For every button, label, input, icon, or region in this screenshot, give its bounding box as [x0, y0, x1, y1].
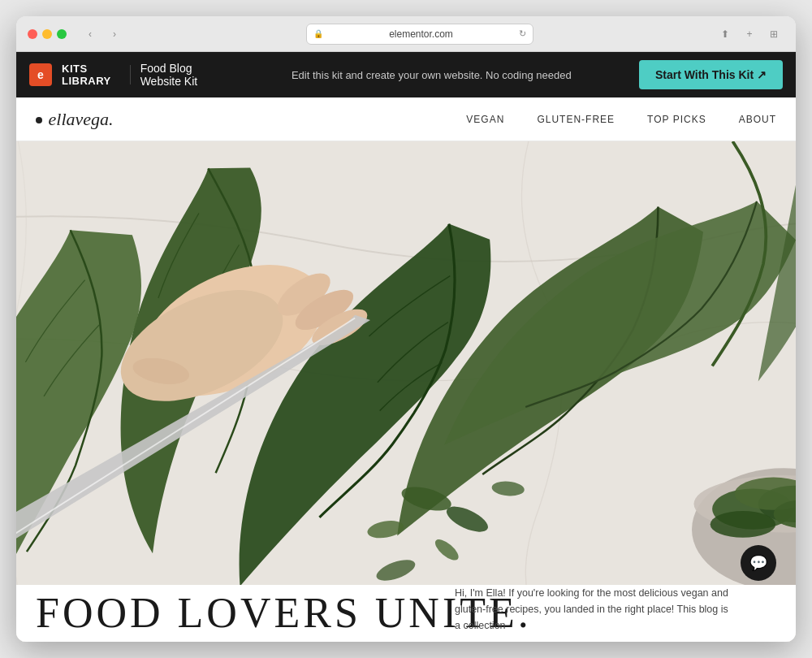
elementor-logo-letter: e [37, 68, 44, 81]
reload-icon[interactable]: ↻ [519, 28, 526, 39]
back-button[interactable]: ‹ [80, 25, 101, 43]
address-bar-container: 🔒 elementor.com ↻ [132, 24, 708, 45]
lock-icon: 🔒 [313, 29, 323, 38]
browser-titlebar: ‹ › 🔒 elementor.com ↻ ⬆ + ⊞ [16, 16, 796, 52]
browser-actions: ⬆ + ⊞ [715, 25, 784, 43]
close-button[interactable] [28, 29, 37, 39]
kits-tagline: Edit this kit and create your own websit… [292, 69, 572, 81]
chat-widget[interactable]: 💬 [741, 545, 776, 581]
browser-window: ‹ › 🔒 elementor.com ↻ ⬆ + ⊞ e KITS LIBRA… [16, 16, 796, 642]
kits-bar: e KITS LIBRARY Food Blog Website Kit Edi… [16, 52, 796, 97]
start-kit-button[interactable]: Start With This Kit ↗ [639, 60, 783, 89]
logo-text: ellavega. [49, 109, 114, 129]
share-button[interactable]: ⬆ [715, 25, 736, 43]
menu-item-gluten-free[interactable]: GLUTEN-FREE [537, 114, 615, 125]
hero-section: FOOD LOVERS UNITE. Hi, I'm Ella! If you'… [16, 141, 796, 642]
url-text: elementor.com [328, 28, 514, 40]
maximize-button[interactable] [57, 29, 67, 39]
grid-button[interactable]: ⊞ [763, 25, 784, 43]
site-nav: ellavega. VEGAN GLUTEN-FREE TOP PICKS AB… [16, 97, 796, 141]
elementor-logo: e [29, 63, 52, 86]
forward-button[interactable]: › [104, 25, 125, 43]
kits-right: Start With This Kit ↗ [626, 60, 796, 89]
address-bar[interactable]: 🔒 elementor.com ↻ [306, 24, 533, 45]
logo-bullet [36, 117, 42, 123]
kits-left: e KITS LIBRARY Food Blog Website Kit [16, 62, 237, 88]
hero-bottom: FOOD LOVERS UNITE. Hi, I'm Ella! If you'… [16, 585, 796, 642]
menu-item-about[interactable]: ABOUT [739, 114, 776, 125]
kits-middle: Edit this kit and create your own websit… [237, 69, 626, 81]
browser-content: e KITS LIBRARY Food Blog Website Kit Edi… [16, 52, 796, 642]
minimize-button[interactable] [42, 29, 52, 39]
add-tab-button[interactable]: + [739, 25, 760, 43]
hero-image [16, 141, 796, 642]
site-menu: VEGAN GLUTEN-FREE TOP PICKS ABOUT [466, 114, 776, 125]
svg-point-22 [710, 511, 775, 538]
chat-icon: 💬 [749, 554, 767, 572]
kits-library-label: KITS LIBRARY [62, 63, 120, 87]
browser-nav: ‹ › [80, 25, 125, 43]
kits-divider [130, 65, 131, 84]
menu-item-vegan[interactable]: VEGAN [466, 114, 504, 125]
traffic-lights [28, 29, 67, 39]
hero-description: Hi, I'm Ella! If you're looking for the … [455, 585, 731, 634]
menu-item-top-picks[interactable]: TOP PICKS [647, 114, 706, 125]
site-logo: ellavega. [36, 109, 114, 130]
kit-name: Food Blog Website Kit [140, 62, 224, 88]
